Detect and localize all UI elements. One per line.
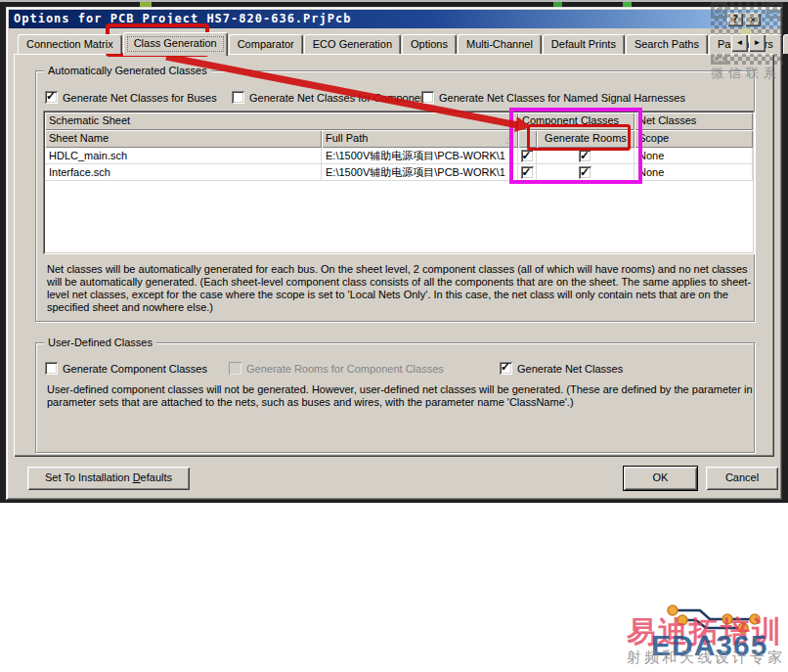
checkbox-label: Generate Net Classes [517, 363, 623, 375]
checkbox-box: ✓ [500, 362, 512, 375]
group-header-net-classes[interactable]: Net Classes [635, 112, 753, 130]
wechat-contact-text: 微信联系 [711, 65, 787, 82]
checkbox-generate-net-classes-for-components[interactable]: Generate Net Classes for Components [232, 91, 435, 104]
checkbox-label: Generate Rooms for Component Classes [246, 363, 444, 375]
tab-scroll-left-button[interactable]: ◄ [731, 34, 748, 52]
tab-class-generation[interactable]: Class Generation [123, 32, 228, 56]
column-header-full-path[interactable]: Full Path △ [322, 130, 518, 148]
user-classes-description: User-defined component classes will not … [47, 383, 753, 409]
table-group-header-row: Schematic Sheet Component Classes Net Cl… [45, 112, 753, 130]
column-header-generate-rooms[interactable]: Generate Rooms [537, 130, 635, 148]
check-icon: ✓ [46, 89, 56, 103]
cell-generate-rooms-checkbox[interactable]: ✓ [537, 164, 635, 181]
cell-scope[interactable]: None [635, 164, 753, 181]
checkbox-box: ✓ [521, 150, 534, 162]
cell-full-path[interactable]: E:\1500V辅助电源项目\PCB-WORK\1 [322, 164, 518, 181]
checkbox-label: Generate Net Classes for Named Signal Ha… [439, 92, 685, 104]
column-header-sheet-name[interactable]: Sheet Name [45, 130, 322, 148]
sheet-classes-table: Schematic Sheet Component Classes Net Cl… [43, 111, 755, 254]
check-icon: ✓ [580, 148, 590, 163]
check-icon: ✓ [522, 148, 532, 163]
group-title: Automatically Generated Classes [44, 64, 211, 77]
checkbox-box [232, 91, 244, 104]
button-label: D [133, 471, 141, 483]
chevron-left-icon: ◄ [736, 38, 744, 47]
checkbox-box: ✓ [45, 91, 58, 104]
checkbox-generate-component-classes[interactable]: Generate Component Classes [45, 362, 207, 375]
checkbox-generate-net-classes-for-buses[interactable]: ✓ Generate Net Classes for Buses [45, 91, 217, 104]
tab-default-prints[interactable]: Default Prints [543, 34, 625, 54]
checkbox-generate-rooms-for-component-classes: Generate Rooms for Component Classes [229, 362, 444, 375]
checkbox-label: Generate Component Classes [63, 363, 207, 375]
cell-scope[interactable]: None [635, 148, 753, 164]
auto-classes-description: Net classes will be automatically genera… [47, 263, 753, 314]
checkbox-box [45, 362, 58, 375]
checkbox-label: Generate Net Classes for Components [249, 92, 435, 104]
title-bar[interactable]: Options for PCB Project HS7-820-636.PrjP… [9, 10, 779, 28]
tab-comparator[interactable]: Comparator [229, 34, 303, 54]
button-label: Set To Installation [45, 471, 133, 483]
cell-sheet-name[interactable]: HDLC_main.sch [45, 148, 322, 164]
button-label: Cancel [725, 471, 759, 483]
qr-finder-icon [711, 2, 727, 19]
chevron-right-icon: ► [754, 38, 762, 47]
cell-generate-rooms-checkbox[interactable]: ✓ [537, 148, 635, 164]
tab-eco-generation[interactable]: ECO Generation [304, 34, 401, 54]
checkbox-box: ✓ [579, 166, 591, 179]
group-header-component-classes[interactable]: Component Classes [518, 112, 635, 130]
column-header-scope[interactable]: Scope [635, 130, 753, 148]
cell-sheet-name[interactable]: Interface.sch [45, 164, 322, 181]
sort-ascending-icon: △ [505, 132, 512, 148]
tab-search-paths[interactable]: Search Paths [626, 34, 708, 54]
cell-full-path[interactable]: E:\1500V辅助电源项目\PCB-WORK\1 [322, 148, 518, 164]
table-row[interactable]: HDLC_main.sch E:\1500V辅助电源项目\PCB-WORK\1 … [45, 148, 753, 164]
check-icon: ✓ [580, 164, 590, 180]
cancel-button[interactable]: Cancel [706, 467, 778, 490]
options-dialog: Options for PCB Project HS7-820-636.PrjP… [6, 7, 782, 500]
class-generation-tab-page: Automatically Generated Classes ✓ Genera… [14, 54, 774, 457]
tab-strip: Connection Matrix Class Generation Compa… [18, 32, 788, 54]
group-title: User-Defined Classes [44, 336, 156, 349]
ok-button[interactable]: OK [624, 467, 697, 490]
checkbox-box: ✓ [579, 150, 591, 162]
table-header-row: Sheet Name Full Path △ Generate Rooms Sc… [45, 130, 753, 148]
tab-multi-channel[interactable]: Multi-Channel [458, 34, 542, 54]
check-icon: ✓ [501, 360, 510, 374]
tab-options[interactable]: Options [402, 34, 457, 54]
table-row[interactable]: Interface.sch E:\1500V辅助电源项目\PCB-WORK\1 … [45, 164, 753, 181]
checkbox-box [229, 362, 241, 375]
checkbox-generate-net-classes[interactable]: ✓ Generate Net Classes [500, 362, 623, 375]
cell-component-class-checkbox[interactable]: ✓ [518, 164, 537, 181]
brand-slogan-text: 射频和天线设计专家 [627, 649, 785, 667]
button-label: efaults [141, 471, 172, 483]
tab-connection-matrix[interactable]: Connection Matrix [18, 34, 122, 54]
column-header-label: Full Path [326, 132, 368, 144]
column-header-component-class-checkbox[interactable] [518, 130, 537, 148]
window-title: Options for PCB Project HS7-820-636.PrjP… [14, 12, 351, 25]
checkbox-generate-net-classes-for-named-signal-harnesses[interactable]: Generate Net Classes for Named Signal Ha… [421, 91, 685, 104]
screenshot-stage: Options for PCB Project HS7-820-636.PrjP… [0, 0, 788, 672]
group-header-schematic-sheet[interactable]: Schematic Sheet [45, 112, 518, 130]
tab-device-sheets[interactable]: Device Sh [783, 34, 788, 54]
checkbox-label: Generate Net Classes for Buses [63, 92, 217, 104]
qr-finder-icon [766, 2, 783, 19]
tab-scroll-right-button[interactable]: ► [749, 34, 766, 52]
button-label: OK [653, 471, 669, 483]
set-to-installation-defaults-button[interactable]: Set To Installation Defaults [27, 467, 190, 490]
checkbox-box [421, 91, 434, 104]
check-icon: ✓ [522, 164, 532, 180]
checkbox-box: ✓ [521, 166, 534, 179]
cell-component-class-checkbox[interactable]: ✓ [518, 148, 537, 164]
